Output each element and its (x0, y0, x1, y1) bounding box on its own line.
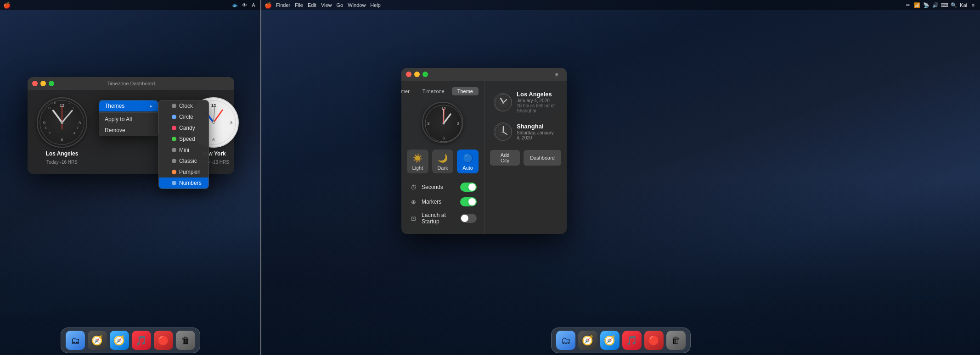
tab-timezone[interactable]: Timezone (417, 87, 450, 95)
theme-numbers[interactable]: Numbers (159, 178, 208, 189)
right-dock-safari-icon[interactable]: 🧭 (600, 331, 620, 350)
menubar-a-label: A (250, 2, 257, 8)
city-info-shanghai: Shanghai Saturday, January 4, 2020 (517, 123, 558, 140)
clock-label-la: Los Angeles (46, 150, 79, 157)
dock-compass-icon[interactable]: 🧭 (88, 331, 107, 350)
maximize-button[interactable] (49, 81, 54, 86)
startup-knob (461, 215, 468, 222)
add-city-button[interactable]: Add City (490, 150, 520, 166)
right-menubar-wifi-icon: 📡 (923, 2, 929, 8)
svg-line-35 (444, 108, 444, 123)
dock-soulver-icon[interactable]: 🔴 (154, 331, 173, 350)
right-clock-area: 12 3 6 9 (407, 102, 479, 143)
right-dock-compass-icon[interactable]: 🧭 (578, 331, 597, 350)
theme-dot-circle (172, 115, 176, 119)
right-left-section: Timer Timezone Theme 12 3 6 9 (401, 81, 484, 234)
ctx-remove-item[interactable]: Remove (99, 125, 158, 136)
theme-dot-clock (172, 104, 176, 108)
theme-pumpkin[interactable]: Pumpkin (159, 166, 208, 178)
theme-circle[interactable]: Circle (159, 111, 208, 122)
dock-music-icon[interactable]: 🎵 (132, 331, 151, 350)
svg-line-33 (444, 114, 451, 123)
right-apple-icon[interactable]: 🍎 (265, 2, 271, 8)
city-item-la[interactable]: Los Angeles January 4, 2020 18 hours beh… (490, 87, 561, 117)
minimize-button[interactable] (40, 81, 46, 86)
action-buttons: Add City Dashboard (490, 150, 561, 166)
edit-menu-item[interactable]: Edit (308, 2, 316, 8)
tab-timer[interactable]: Timer (401, 87, 415, 95)
right-menubar-user: Kai (960, 2, 967, 8)
finder-menu-item[interactable]: Finder (276, 2, 290, 8)
dock-safari-icon[interactable]: 🧭 (110, 331, 129, 350)
seconds-toggle[interactable] (460, 183, 477, 192)
theme-candy[interactable]: Candy (159, 122, 208, 133)
ctx-divider-1 (99, 112, 158, 113)
startup-toggle[interactable] (460, 214, 477, 223)
theme-dot-classic (172, 159, 176, 163)
right-right-section: Los Angeles January 4, 2020 18 hours beh… (484, 81, 567, 234)
svg-text:3: 3 (230, 120, 232, 125)
theme-light-button[interactable]: ☀️ Light (407, 150, 428, 173)
go-menu-item[interactable]: Go (337, 2, 344, 8)
seconds-knob (468, 183, 476, 191)
right-maximize-button[interactable] (422, 72, 428, 77)
right-menubar-search-icon[interactable]: 🔍 (951, 2, 957, 8)
markers-knob (468, 198, 476, 205)
app-window-left: Timezone Dashboard 12 3 6 9 11 1 4 (28, 77, 234, 174)
ctx-themes-item[interactable]: Themes ▶ (99, 100, 158, 111)
theme-dot-mini (172, 148, 176, 152)
right-dock-trash-icon[interactable]: 🗑 (666, 331, 686, 350)
theme-classic[interactable]: Classic (159, 155, 208, 166)
dock-finder-icon[interactable]: 🗂 (66, 331, 85, 350)
city-item-shanghai[interactable]: Shanghai Saturday, January 4, 2020 (490, 119, 561, 144)
theme-auto-button[interactable]: 🔵 Auto (457, 150, 479, 173)
help-menu-item[interactable]: Help (370, 2, 381, 8)
right-menubar-menu-icon[interactable]: ≡ (970, 2, 976, 8)
seconds-icon: ⏱ (409, 183, 418, 192)
file-menu-item[interactable]: File (295, 2, 303, 8)
svg-text:11: 11 (48, 106, 52, 110)
dashboard-button[interactable]: Dashboard (524, 150, 561, 166)
svg-text:5: 5 (77, 126, 79, 130)
theme-dark-button[interactable]: 🌙 Dark (432, 150, 454, 173)
clock-los-angeles: 12 3 6 9 11 1 4 7 10 2 5 8 (37, 97, 87, 165)
right-dock-music-icon[interactable]: 🎵 (622, 331, 642, 350)
svg-point-17 (61, 121, 63, 124)
ctx-apply-all-item[interactable]: Apply to All (99, 114, 158, 125)
sun-icon: ☀️ (412, 153, 422, 163)
tab-theme[interactable]: Theme (452, 87, 479, 95)
theme-clock[interactable]: Clock (159, 100, 208, 111)
window-menu-item[interactable]: Window (348, 2, 366, 8)
seconds-toggle-row: ⏱ Seconds (407, 180, 479, 194)
right-close-button[interactable] (406, 72, 411, 77)
svg-point-27 (213, 122, 214, 123)
clock-sublabel-la: Today -16 HRS (46, 160, 78, 165)
svg-line-24 (214, 110, 222, 122)
svg-text:6: 6 (442, 136, 445, 140)
svg-text:6: 6 (212, 137, 214, 142)
right-panel: 🍎 Finder File Edit View Go Window Help ✏… (261, 0, 980, 355)
right-dock-finder-icon[interactable]: 🗂 (556, 331, 575, 350)
theme-mini[interactable]: Mini (159, 144, 208, 155)
apple-logo-icon[interactable]: 🍎 (4, 2, 10, 8)
left-dock: 🗂 🧭 🧭 🎵 🔴 🗑 (61, 327, 200, 353)
theme-speed[interactable]: Speed (159, 133, 208, 144)
close-button[interactable] (32, 81, 38, 86)
left-panel: 🍎 🐟 👁 A Timezone Dashboard (0, 0, 260, 355)
svg-text:10: 10 (52, 101, 56, 105)
svg-text:7: 7 (49, 131, 51, 135)
window-content-left: 12 3 6 9 11 1 4 7 10 2 5 8 (28, 90, 234, 174)
svg-text:9: 9 (43, 120, 45, 125)
markers-toggle[interactable] (460, 197, 477, 206)
clock-face-los-angeles: 12 3 6 9 11 1 4 7 10 2 5 8 (37, 97, 87, 148)
submenu-arrow-icon: ▶ (150, 104, 152, 108)
city-clock-shanghai (494, 122, 512, 141)
right-minimize-button[interactable] (414, 72, 420, 77)
dock-trash-icon[interactable]: 🗑 (176, 331, 195, 350)
view-menu-item[interactable]: View (321, 2, 332, 8)
city-clock-la (494, 93, 512, 111)
right-dock-soulver-icon[interactable]: 🔴 (644, 331, 664, 350)
right-app-window: ⊞ Timer Timezone Theme 12 (401, 68, 567, 234)
right-menubar-pencil-icon: ✏ (905, 2, 911, 8)
right-dock: 🗂 🧭 🧭 🎵 🔴 🗑 (551, 327, 691, 353)
